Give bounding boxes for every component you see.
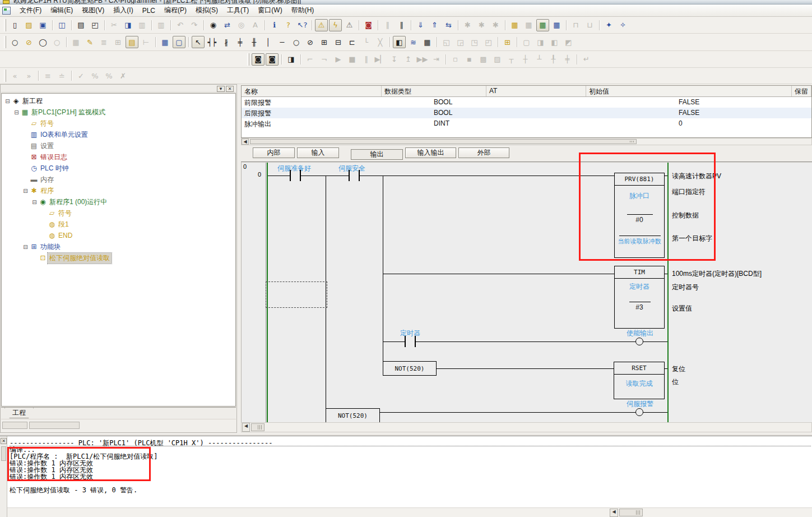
comment-edit-icon[interactable]: ≐ xyxy=(55,70,68,82)
breakpoint-clear-icon[interactable]: ▪ xyxy=(463,53,476,66)
time-chart-icon[interactable]: ⊔ xyxy=(583,19,596,31)
step-in-icon[interactable]: ↧ xyxy=(388,53,401,66)
col-initial-value[interactable]: 初始值 xyxy=(586,86,792,96)
online-simulator-icon[interactable]: ◙ xyxy=(362,19,375,31)
tree-item-new-project[interactable]: ⊟ ◈ 新工程 xyxy=(2,95,235,107)
instruction-box-nc-icon[interactable]: ⊟ xyxy=(332,36,345,48)
download-to-plc-icon[interactable]: ⇓ xyxy=(414,19,427,31)
tree-item-program1-symbols[interactable]: ▱ 符号 xyxy=(2,207,235,219)
tree-item-section1[interactable]: ◍ 段1 xyxy=(2,219,235,230)
zoom-custom-icon[interactable]: ⊘ xyxy=(22,36,35,48)
paste-icon[interactable]: ▥ xyxy=(136,19,149,31)
tree-expander-icon[interactable]: ⊟ xyxy=(31,199,38,205)
rset-instruction-block[interactable]: RSET 读取完成 xyxy=(614,362,665,399)
print-preview-icon[interactable]: ◰ xyxy=(89,19,101,31)
compile-program-icon[interactable]: ⚠ xyxy=(315,19,328,31)
coil-enable-output[interactable] xyxy=(635,338,643,345)
sim-step-run-icon[interactable]: ▶▏ xyxy=(374,53,387,66)
output-side-tab[interactable] xyxy=(1,446,6,461)
watch-window-2-icon[interactable]: ▦ xyxy=(522,19,535,31)
find-replace-icon[interactable]: ⇄ xyxy=(221,19,234,31)
contact-no-icon[interactable]: ┥┝ xyxy=(206,36,219,48)
panel-close-button[interactable]: ✕ xyxy=(226,86,234,92)
redo-icon[interactable]: ↷ xyxy=(188,19,201,31)
update-display-icon[interactable]: ╪ xyxy=(561,53,574,66)
send-changes-icon[interactable]: ¬ xyxy=(318,53,331,66)
address-reference-icon[interactable]: ⊞ xyxy=(501,36,514,48)
zoom-in-icon[interactable]: ◯ xyxy=(36,36,49,48)
connect-line-icon[interactable]: └ xyxy=(360,36,373,48)
contact-servo-ready[interactable] xyxy=(290,170,301,181)
save-project-icon[interactable]: ▣ xyxy=(36,19,49,31)
or-contact-no-icon[interactable]: ╪ xyxy=(234,36,247,48)
col-retain[interactable]: 保留 xyxy=(792,86,811,96)
chart-view-icon[interactable]: ◙ xyxy=(266,53,279,66)
menu-window[interactable]: 窗口(W) xyxy=(253,4,286,17)
tree-expander-icon[interactable]: ⊟ xyxy=(22,188,29,194)
close-icon[interactable]: ✕ xyxy=(1,438,7,444)
toggle-bit-icon[interactable]: ◳ xyxy=(468,36,481,48)
options-icon[interactable]: ◩ xyxy=(562,36,575,48)
symbol-display-icon[interactable]: ▤ xyxy=(126,36,138,48)
horizontal-line-icon[interactable]: ─ xyxy=(276,36,289,48)
tab-project[interactable]: 工程 xyxy=(4,408,34,418)
breakpoint-set-icon[interactable]: ▫ xyxy=(449,53,462,66)
scrollbar-thumb[interactable] xyxy=(251,423,265,431)
comment-dialog-icon[interactable]: ✎ xyxy=(83,36,96,48)
open-project-icon[interactable]: ▨ xyxy=(22,19,35,31)
rung-comment-list-icon[interactable]: ≣ xyxy=(98,36,110,48)
mnemonic-view-icon[interactable]: ▦ xyxy=(159,36,171,48)
tab-input-output[interactable]: 输入输出 xyxy=(405,147,456,158)
menu-simulation[interactable]: 模拟(S) xyxy=(191,4,222,17)
work-online-icon[interactable]: ϟ xyxy=(329,19,342,31)
coil-nc-icon[interactable]: ⊘ xyxy=(304,36,317,48)
monitor-dialog-icon[interactable]: ▢ xyxy=(173,36,185,48)
clear-value-icon[interactable]: ◲ xyxy=(454,36,467,48)
not-instruction-block[interactable]: NOT(520) xyxy=(326,408,380,422)
menu-view[interactable]: 视图(V) xyxy=(77,4,109,17)
pause-icon[interactable]: ∥ xyxy=(395,19,408,31)
comment-list-icon[interactable]: ≡ xyxy=(41,70,54,82)
force-on-icon[interactable]: ✱ xyxy=(461,19,474,31)
io-reset-icon[interactable]: ┼ xyxy=(519,53,532,66)
find-icon[interactable]: ◉ xyxy=(207,19,220,31)
monitor-mode-icon[interactable]: ▦ xyxy=(536,19,549,31)
output-scrollbar[interactable]: ◀ xyxy=(7,507,812,517)
copy-program-icon[interactable]: ◨ xyxy=(285,53,298,66)
force-off-icon[interactable]: ✱ xyxy=(475,19,488,31)
sim-run-icon[interactable]: ▶ xyxy=(332,53,345,66)
style-check-icon[interactable]: ✓ xyxy=(75,70,87,82)
info-icon[interactable]: ℹ xyxy=(268,19,281,31)
upload-from-plc-icon[interactable]: ⇑ xyxy=(428,19,441,31)
col-data-type[interactable]: 数据类型 xyxy=(382,86,486,96)
cut-icon[interactable]: ✂ xyxy=(108,19,120,31)
io-hold-icon[interactable]: ┴ xyxy=(533,53,546,66)
print-icon[interactable]: ▤ xyxy=(75,19,87,31)
copy-icon[interactable]: ◨ xyxy=(122,19,134,31)
paste-rung-icon[interactable]: ▥ xyxy=(155,19,168,31)
section-view-icon[interactable]: ◧ xyxy=(393,36,406,48)
select-tool-icon[interactable]: ↖ xyxy=(192,36,205,48)
symbol-table-scrollbar[interactable]: ◀ xyxy=(241,138,812,145)
sim-stop-icon[interactable]: ■ xyxy=(346,53,359,66)
tab-internal[interactable]: 内部 xyxy=(253,147,295,158)
menu-file[interactable]: 文件(F) xyxy=(15,4,46,17)
tree-item-function-blocks[interactable]: ⊟ ⊞ 功能块 xyxy=(2,241,235,252)
ladder-scrollbar[interactable]: ◀ xyxy=(241,422,812,432)
zoom-fit-icon[interactable]: ○ xyxy=(50,36,63,48)
scroll-left-button[interactable]: ◀ xyxy=(610,509,618,517)
vertical-line-icon[interactable]: │ xyxy=(262,36,275,48)
percent-down-icon[interactable]: % xyxy=(103,70,115,82)
tree-item-programs[interactable]: ⊟ ✱ 程序 xyxy=(2,185,235,196)
erase-line-icon[interactable]: ╳ xyxy=(374,36,387,48)
or-contact-nc-icon[interactable]: ╫ xyxy=(248,36,261,48)
fb-invocation-icon[interactable]: ⊏ xyxy=(346,36,359,48)
tree-expander-icon[interactable]: ⊟ xyxy=(4,98,11,104)
coil-icon[interactable]: ○ xyxy=(290,36,303,48)
contact-servo-safe[interactable] xyxy=(349,170,360,181)
symbol-row-rear-limit-alarm[interactable]: 后限报警 BOOL FALSE xyxy=(242,108,811,118)
symbol-browser-icon[interactable]: ⊢ xyxy=(140,36,152,48)
differential-monitor-icon[interactable]: ▦ xyxy=(550,19,563,31)
contact-timer[interactable] xyxy=(405,336,416,347)
scroll-left-button[interactable]: ◀ xyxy=(242,139,249,145)
